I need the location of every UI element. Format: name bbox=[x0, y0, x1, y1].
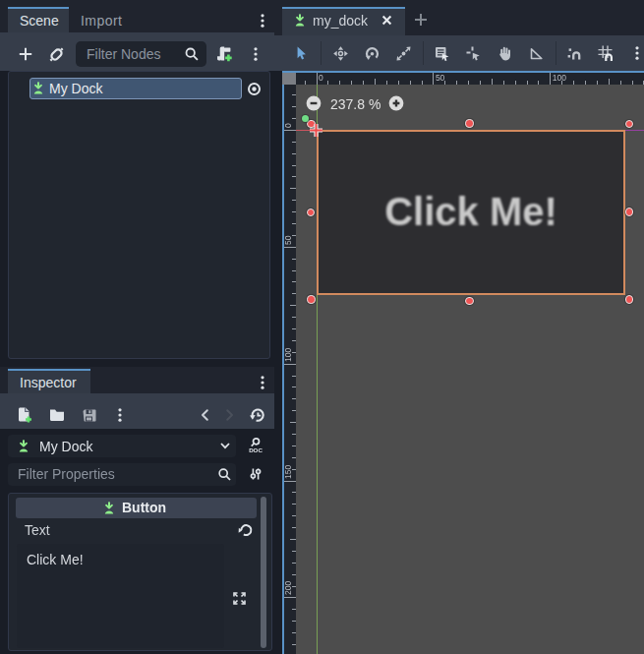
svg-text:DOC: DOC bbox=[249, 446, 263, 453]
